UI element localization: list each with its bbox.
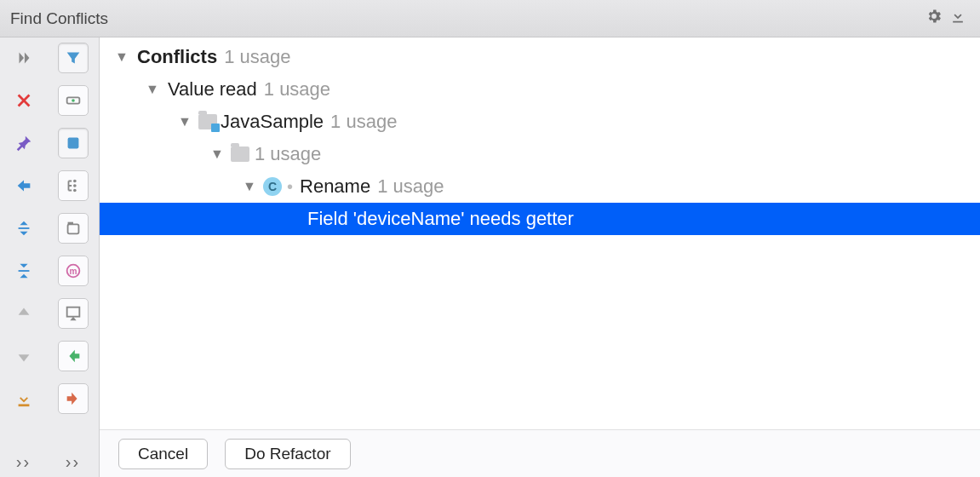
folder-icon: [227, 147, 253, 162]
svg-point-7: [73, 184, 77, 187]
svg-rect-9: [67, 224, 78, 233]
do-refactor-button[interactable]: Do Refactor: [225, 439, 350, 469]
tree-label: Rename: [300, 175, 370, 198]
module-folder-icon: [195, 114, 221, 129]
prev-icon[interactable]: [9, 298, 39, 329]
tree-label: Conflicts: [137, 46, 217, 68]
tree-root[interactable]: ▼ Conflicts 1 usage: [100, 41, 980, 73]
tree-label: JavaSample: [221, 111, 324, 133]
usage-hint: 1 usage: [255, 143, 321, 165]
svg-rect-13: [66, 307, 79, 317]
usage-hint: 1 usage: [330, 111, 397, 133]
close-icon[interactable]: [9, 85, 39, 116]
main-panel: ▼ Conflicts 1 usage ▼ Value read 1 usage…: [99, 37, 980, 477]
tree-label: Value read: [168, 78, 257, 101]
svg-rect-1: [18, 270, 29, 272]
import-settings-icon[interactable]: [58, 341, 89, 371]
group-by-icon[interactable]: [58, 170, 89, 201]
flatten-packages-icon[interactable]: [58, 213, 89, 244]
rerun-icon[interactable]: [9, 43, 39, 73]
expand-arrow-icon[interactable]: ▼: [207, 147, 227, 162]
expand-arrow-icon[interactable]: ▼: [112, 49, 132, 65]
more-icon[interactable]: ››: [16, 446, 31, 477]
tree-node-class[interactable]: ▼ C • Rename 1 usage: [100, 170, 980, 203]
footer: Cancel Do Refactor: [100, 429, 980, 477]
filter-icon[interactable]: [58, 43, 89, 73]
back-arrow-icon[interactable]: [9, 170, 39, 201]
download-icon[interactable]: [946, 8, 970, 29]
usage-hint: 1 usage: [377, 175, 444, 198]
svg-point-6: [73, 180, 77, 183]
export-settings-icon[interactable]: [58, 383, 89, 414]
panel-header: Find Conflicts: [0, 0, 980, 37]
svg-text:m: m: [69, 267, 77, 276]
tree-node-value-read[interactable]: ▼ Value read 1 usage: [100, 73, 980, 106]
tree-node-package[interactable]: ▼ 1 usage: [100, 138, 980, 170]
more-icon-2[interactable]: ››: [66, 446, 80, 477]
scroll-to-source-icon[interactable]: [58, 298, 89, 329]
show-members-icon[interactable]: m: [58, 256, 89, 286]
pin-icon[interactable]: [9, 128, 39, 158]
collapse-all-icon[interactable]: [9, 256, 39, 286]
expand-arrow-icon[interactable]: ▼: [239, 179, 260, 194]
expand-all-icon[interactable]: [9, 213, 39, 244]
svg-rect-5: [67, 138, 78, 149]
usage-hint: 1 usage: [224, 46, 290, 68]
svg-rect-2: [18, 404, 29, 406]
cancel-button[interactable]: Cancel: [118, 439, 208, 469]
expand-arrow-icon[interactable]: ▼: [175, 114, 195, 129]
toolbar-left-1: ››: [0, 37, 48, 477]
svg-point-4: [72, 99, 75, 102]
svg-point-8: [73, 189, 77, 193]
export-icon[interactable]: [9, 383, 39, 414]
conflict-message: Field 'deviceName' needs getter: [307, 208, 574, 230]
svg-rect-10: [67, 222, 72, 225]
usage-hint: 1 usage: [264, 78, 330, 101]
toolbar-left-2: m ››: [48, 37, 99, 477]
panel-title: Find Conflicts: [10, 9, 922, 28]
class-icon: C: [260, 177, 285, 196]
settings-gear-icon[interactable]: [922, 8, 946, 29]
highlight-icon[interactable]: [58, 85, 89, 116]
autoscroll-icon[interactable]: [58, 128, 89, 158]
svg-rect-0: [18, 227, 29, 229]
tree-node-conflict-item[interactable]: Field 'deviceName' needs getter: [100, 203, 980, 235]
conflicts-tree[interactable]: ▼ Conflicts 1 usage ▼ Value read 1 usage…: [100, 37, 980, 429]
tree-node-module[interactable]: ▼ JavaSample 1 usage: [100, 106, 980, 138]
dot-icon: •: [287, 177, 293, 197]
expand-arrow-icon[interactable]: ▼: [142, 82, 163, 97]
next-icon[interactable]: [9, 341, 39, 371]
